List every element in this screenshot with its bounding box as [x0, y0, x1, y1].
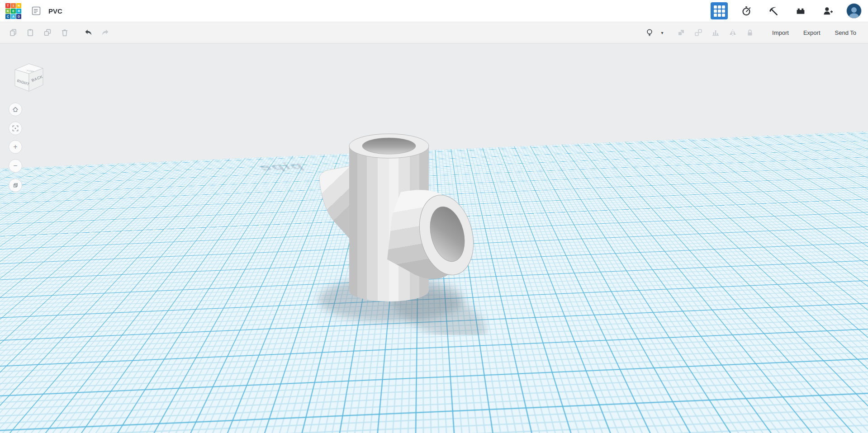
light-bulb-icon: [645, 28, 654, 37]
model-pvc-cross[interactable]: [289, 122, 489, 335]
pickaxe-icon: [768, 5, 779, 16]
copy-button[interactable]: [5, 24, 22, 41]
page-title[interactable]: PVC: [48, 7, 62, 15]
copy-icon: [9, 28, 18, 37]
chevron-down-icon: ▾: [661, 30, 664, 35]
redo-icon: [101, 28, 110, 37]
design-menu-button[interactable]: [29, 4, 43, 18]
perspective-toggle-button[interactable]: [9, 179, 22, 192]
logo-tile: T: [5, 3, 10, 8]
show-all-dropdown[interactable]: ▾: [658, 24, 666, 41]
logo-tile: I: [11, 3, 16, 8]
undo-icon: [84, 28, 93, 37]
design-properties-icon: [31, 5, 42, 16]
duplicate-button[interactable]: [39, 24, 56, 41]
person-add-icon: [822, 5, 833, 16]
logo-tile: N: [16, 3, 21, 8]
shape-panel-toggle[interactable]: ❮: [859, 232, 867, 251]
model-top-hole: [362, 138, 416, 154]
minus-icon: −: [13, 162, 17, 169]
show-all-button[interactable]: [641, 24, 658, 41]
export-button[interactable]: Export: [796, 26, 828, 40]
editor-3d-button[interactable]: [711, 2, 728, 19]
duplicate-icon: [43, 28, 52, 37]
tinkercad-logo[interactable]: T I N K E R C A D: [5, 3, 21, 19]
viewport-canvas[interactable]: pipe: [0, 43, 868, 433]
snap-grid-value: 1.0 mm: [836, 421, 854, 428]
grid-icon: [714, 5, 725, 17]
undo-button[interactable]: [80, 24, 97, 41]
logo-tile: C: [5, 14, 10, 19]
logo-tile: E: [11, 9, 16, 14]
align-button[interactable]: [707, 24, 724, 41]
logo-tile: A: [11, 14, 16, 19]
top-header: T I N K E R C A D PVC: [0, 0, 868, 22]
send-to-button[interactable]: Send To: [828, 26, 863, 40]
snap-grid-control: Snap Grid 1.0 mm ▴: [804, 420, 863, 429]
fit-view-icon: [12, 125, 19, 132]
zoom-in-button[interactable]: +: [9, 140, 22, 154]
collaborate-button[interactable]: [819, 2, 836, 19]
brick-icon: [795, 5, 806, 16]
settings-button[interactable]: Settings: [825, 403, 857, 414]
edit-toolbar: ▾: [0, 22, 868, 43]
ungroup-button[interactable]: [690, 24, 707, 41]
delete-button[interactable]: [56, 24, 73, 41]
view-cube[interactable]: RIGHT BACK TOP: [12, 59, 46, 94]
blocks-minecraft-button[interactable]: [765, 2, 782, 19]
paste-icon: [26, 28, 35, 37]
model-left-arm: [319, 166, 350, 239]
fit-view-button[interactable]: [9, 122, 22, 135]
group-button[interactable]: [673, 24, 690, 41]
plus-icon: +: [13, 143, 17, 151]
snap-grid-select[interactable]: 1.0 mm ▴: [833, 420, 863, 429]
logo-tile: K: [5, 9, 10, 14]
lock-button[interactable]: [741, 24, 759, 41]
trash-icon: [60, 28, 69, 37]
paste-button[interactable]: [22, 24, 39, 41]
ungroup-icon: [694, 28, 703, 37]
home-icon: [12, 106, 19, 113]
mirror-icon: [728, 28, 737, 37]
import-button[interactable]: Import: [765, 26, 796, 40]
align-icon: [711, 28, 720, 37]
avatar-person-icon: [847, 5, 861, 18]
zoom-out-button[interactable]: −: [9, 159, 22, 173]
home-view-button[interactable]: [9, 103, 22, 116]
logo-tile: D: [16, 14, 21, 19]
group-icon: [677, 28, 686, 37]
tinkercad-app: T I N K E R C A D PVC: [0, 0, 868, 433]
header-actions: [711, 2, 862, 19]
logo-tile: R: [16, 9, 21, 14]
bricks-lego-button[interactable]: [792, 2, 809, 19]
redo-button[interactable]: [97, 24, 114, 41]
perspective-cube-icon: [12, 182, 19, 189]
stopwatch-icon: [741, 5, 752, 16]
sim-lab-button[interactable]: [738, 2, 755, 19]
avatar[interactable]: [846, 3, 862, 19]
lock-icon: [745, 28, 754, 37]
mirror-button[interactable]: [724, 24, 741, 41]
chevron-left-icon: ❮: [860, 238, 866, 246]
caret-up-icon: ▴: [857, 423, 859, 427]
snap-grid-label: Snap Grid: [804, 421, 829, 428]
